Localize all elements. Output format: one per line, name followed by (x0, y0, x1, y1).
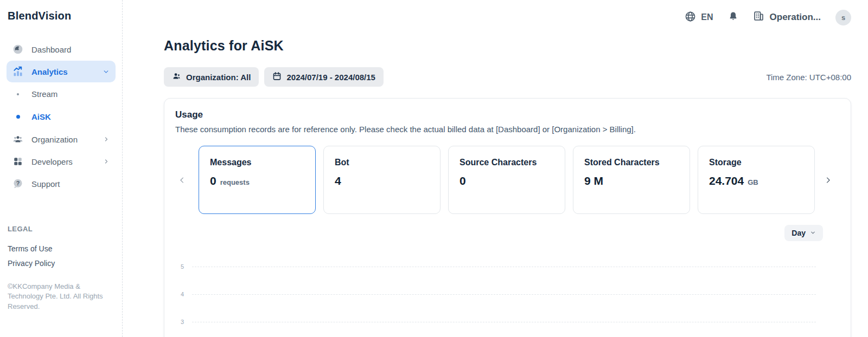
y-axis-tick: 4 (175, 291, 184, 297)
sidebar-item-label: Support (31, 179, 60, 189)
sidebar-item-label: Analytics (31, 67, 68, 76)
top-header-bar: EN Operation... s (164, 0, 851, 27)
chevron-down-icon (810, 229, 816, 237)
sidebar-item-label: Dashboard (31, 45, 71, 54)
metric-label: Messages (210, 158, 304, 167)
metric-card-source-characters[interactable]: Source Characters 0 (448, 146, 565, 214)
metric-card-messages[interactable]: Messages 0 requests (199, 146, 316, 214)
sidebar: BlendVision Dashboard Analytics Stre (0, 0, 123, 337)
metric-label: Bot (335, 158, 429, 167)
chart-grid-row: 3 (175, 321, 816, 322)
building-icon (753, 10, 764, 24)
language-selector[interactable]: EN (685, 11, 713, 24)
metric-label: Storage (709, 158, 803, 167)
usage-description: These consumption records are for refere… (174, 125, 841, 134)
metric-value: 9 M (584, 174, 603, 187)
usage-panel: Usage These consumption records are for … (164, 98, 851, 337)
carousel-next-button[interactable] (815, 146, 841, 214)
analytics-chart-icon (12, 66, 23, 77)
timezone-label: Time Zone: UTC+08:00 (766, 73, 851, 82)
organization-filter-chip[interactable]: Organization: All (164, 67, 259, 87)
metric-value: 4 (335, 174, 341, 187)
notifications-button[interactable] (728, 11, 738, 24)
copyright-text: ©KKCompany Media & Technology Pte. Ltd. … (8, 282, 106, 312)
metric-card-bot[interactable]: Bot 4 (323, 146, 441, 214)
metric-card-storage[interactable]: Storage 24.704 GB (698, 146, 815, 214)
y-axis-tick: 5 (175, 263, 184, 270)
metric-value: 0 (459, 174, 466, 187)
metric-card-stored-characters[interactable]: Stored Characters 9 M (573, 146, 690, 214)
gridline (192, 294, 816, 295)
brand-logo: BlendVision (7, 9, 116, 22)
metric-label: Stored Characters (584, 158, 679, 167)
organization-name: Operation... (770, 12, 821, 23)
sidebar-item-label: Developers (31, 157, 73, 166)
usage-title: Usage (174, 109, 841, 120)
interval-select[interactable]: Day (784, 225, 823, 241)
usage-chart: 5 4 3 (174, 266, 841, 322)
gauge-icon (12, 44, 23, 55)
filter-row: Organization: All 2024/07/19 - 2024/08/1… (164, 67, 851, 87)
chevron-right-icon (103, 158, 110, 165)
sidebar-item-aisk[interactable]: AiSK (7, 106, 116, 128)
language-label: EN (701, 12, 713, 22)
metrics-carousel: Messages 0 requests Bot 4 (174, 146, 841, 214)
bullet-dot-icon (12, 93, 23, 95)
chart-grid-row: 5 (175, 266, 816, 267)
date-range-label: 2024/07/19 - 2024/08/15 (286, 73, 375, 82)
bullet-dot-icon (12, 115, 23, 119)
legal-section: LEGAL Terms of Use Privacy Policy ©KKCom… (7, 225, 116, 312)
gridline (192, 267, 816, 267)
people-group-icon (12, 134, 23, 145)
grid-squares-icon (12, 156, 23, 167)
metric-value: 0 (210, 174, 216, 187)
metric-unit: requests (220, 178, 250, 186)
gridline (192, 322, 816, 322)
date-range-filter-chip[interactable]: 2024/07/19 - 2024/08/15 (264, 67, 383, 87)
user-avatar[interactable]: s (835, 10, 851, 25)
help-question-icon: ? (12, 178, 23, 189)
chevron-down-icon (103, 68, 110, 75)
page-title: Analytics for AiSK (164, 38, 851, 54)
chart-toolbar: Day (174, 225, 841, 241)
globe-icon (685, 11, 696, 24)
app-window: BlendVision Dashboard Analytics Stre (0, 0, 868, 337)
privacy-policy-link[interactable]: Privacy Policy (8, 259, 114, 268)
organization-filter-label: Organization: All (186, 73, 251, 82)
main-content: EN Operation... s Analytics for AiSK (123, 0, 868, 337)
person-icon (172, 72, 181, 82)
y-axis-tick: 3 (175, 319, 184, 325)
sidebar-subitem-label: AiSK (31, 112, 51, 121)
terms-of-use-link[interactable]: Terms of Use (8, 244, 114, 253)
metric-cards: Messages 0 requests Bot 4 (199, 146, 815, 214)
sidebar-item-organization[interactable]: Organization (7, 128, 116, 150)
sidebar-item-support[interactable]: ? Support (7, 173, 116, 195)
chevron-right-icon (103, 136, 110, 142)
sidebar-item-dashboard[interactable]: Dashboard (7, 38, 116, 60)
legal-heading: LEGAL (8, 225, 114, 233)
organization-switcher[interactable]: Operation... (753, 10, 821, 24)
sidebar-item-developers[interactable]: Developers (7, 151, 116, 172)
bell-icon (728, 11, 738, 24)
metric-unit: GB (748, 178, 758, 186)
sidebar-nav: Dashboard Analytics Stream AiSK (7, 38, 116, 195)
svg-text:?: ? (16, 180, 20, 186)
sidebar-item-stream[interactable]: Stream (7, 83, 116, 105)
sidebar-item-label: Organization (31, 135, 78, 144)
sidebar-subitem-label: Stream (31, 89, 58, 99)
sidebar-item-analytics[interactable]: Analytics (7, 61, 116, 82)
interval-select-value: Day (792, 229, 806, 237)
chart-grid-row: 4 (175, 294, 816, 295)
metric-label: Source Characters (459, 158, 554, 167)
calendar-icon (272, 72, 282, 82)
metric-value: 24.704 (709, 174, 744, 187)
carousel-prev-button[interactable] (174, 146, 189, 214)
